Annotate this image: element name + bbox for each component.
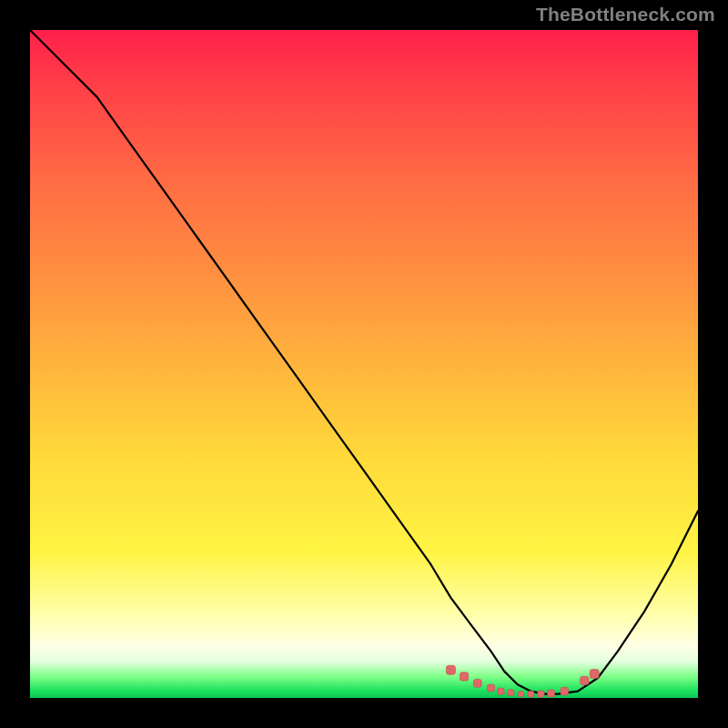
valley-marker: [460, 672, 468, 681]
chart-svg: [30, 30, 698, 698]
plot-area: [30, 30, 698, 698]
valley-marker: [508, 690, 514, 696]
watermark-text: TheBottleneck.com: [536, 4, 715, 25]
valley-marker: [581, 676, 589, 684]
chart-frame: TheBottleneck.com: [0, 0, 728, 728]
bottleneck-curve: [30, 30, 698, 694]
valley-marker: [488, 684, 495, 692]
valley-marker: [473, 680, 481, 688]
valley-marker: [446, 665, 455, 674]
valley-marker: [548, 690, 555, 697]
valley-marker: [538, 691, 544, 697]
valley-marker: [528, 691, 534, 697]
valley-marker: [590, 670, 599, 679]
valley-marker: [561, 687, 569, 695]
valley-marker: [519, 692, 524, 697]
valley-marker: [498, 688, 504, 694]
